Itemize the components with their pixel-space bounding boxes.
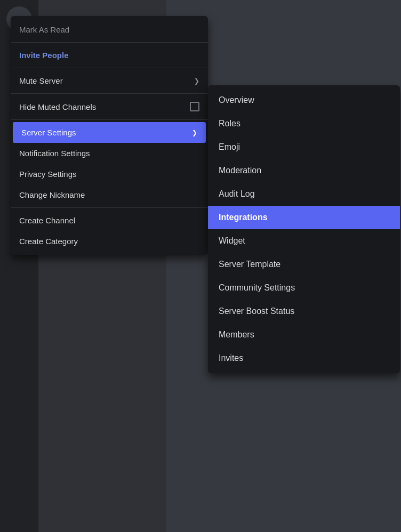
menu-divider-2 (11, 68, 208, 68)
submenu-item-integrations[interactable]: Integrations (208, 206, 400, 229)
submenu-item-members[interactable]: Members (208, 323, 400, 346)
chevron-right-server-settings-icon: ❯ (192, 129, 197, 136)
submenu-item-overview[interactable]: Overview (208, 88, 400, 112)
submenu-item-server-template[interactable]: Server Template (208, 253, 400, 276)
submenu-item-widget[interactable]: Widget (208, 229, 400, 253)
menu-divider-5 (11, 207, 208, 208)
menu-item-mute-server[interactable]: Mute Server ❯ (11, 70, 208, 91)
menu-item-hide-muted-channels[interactable]: Hide Muted Channels (11, 96, 208, 117)
menu-item-create-category[interactable]: Create Category (11, 231, 208, 252)
submenu-item-emoji[interactable]: Emoji (208, 135, 400, 159)
menu-divider-3 (11, 93, 208, 94)
menu-item-privacy-settings[interactable]: Privacy Settings (11, 164, 208, 184)
submenu-item-invites[interactable]: Invites (208, 346, 400, 370)
menu-item-notification-settings[interactable]: Notification Settings (11, 143, 208, 164)
menu-divider-1 (11, 42, 208, 43)
server-settings-submenu: Overview Roles Emoji Moderation Audit Lo… (208, 85, 400, 373)
menu-item-create-channel[interactable]: Create Channel (11, 210, 208, 231)
submenu-item-community-settings[interactable]: Community Settings (208, 276, 400, 300)
submenu-item-audit-log[interactable]: Audit Log (208, 182, 400, 206)
submenu-item-moderation[interactable]: Moderation (208, 159, 400, 182)
menu-item-invite-people[interactable]: Invite People (11, 45, 208, 66)
menu-item-server-settings[interactable]: Server Settings ❯ (13, 122, 206, 143)
submenu-item-server-boost-status[interactable]: Server Boost Status (208, 300, 400, 323)
chevron-right-icon: ❯ (194, 77, 199, 85)
menu-item-mark-as-read[interactable]: Mark As Read (11, 19, 208, 40)
menu-item-change-nickname[interactable]: Change Nickname (11, 184, 208, 205)
menu-divider-4 (11, 119, 208, 120)
primary-context-menu: Mark As Read Invite People Mute Server ❯… (11, 16, 208, 255)
submenu-item-roles[interactable]: Roles (208, 112, 400, 135)
hide-muted-checkbox[interactable] (190, 102, 199, 111)
